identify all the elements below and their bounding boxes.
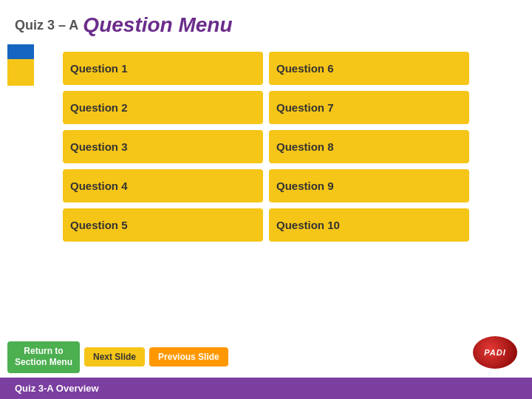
question-button-q2[interactable]: Question 2 [63, 91, 263, 124]
return-to-section-menu-button[interactable]: Return to Section Menu [7, 341, 80, 373]
padi-text: PADI [484, 348, 505, 357]
title-prefix: Quiz 3 – A [15, 18, 78, 33]
question-button-q4[interactable]: Question 4 [63, 169, 263, 202]
header: Quiz 3 – A Question Menu [0, 0, 532, 44]
footer-label: Quiz 3-A Overview [15, 383, 99, 394]
question-button-q6[interactable]: Question 6 [269, 52, 469, 85]
title-main: Question Menu [83, 13, 232, 37]
next-slide-button[interactable]: Next Slide [84, 347, 145, 366]
question-button-q8[interactable]: Question 8 [269, 130, 469, 163]
question-button-q10[interactable]: Question 10 [269, 208, 469, 242]
padi-circle: PADI [473, 336, 517, 369]
footer-bar: Quiz 3-A Overview [0, 378, 532, 399]
question-button-q1[interactable]: Question 1 [63, 52, 263, 85]
bottom-bar: Return to Section Menu Next Slide Previo… [0, 337, 532, 399]
nav-row: Return to Section Menu Next Slide Previo… [0, 337, 532, 378]
question-button-q9[interactable]: Question 9 [269, 169, 469, 202]
question-grid: Question 1Question 6Question 2Question 7… [0, 44, 532, 249]
question-button-q5[interactable]: Question 5 [63, 208, 263, 242]
return-line1: Return to [24, 346, 63, 356]
previous-slide-button[interactable]: Previous Slide [149, 347, 228, 366]
return-line2: Section Menu [15, 357, 72, 367]
question-button-q7[interactable]: Question 7 [269, 91, 469, 124]
padi-logo: PADI [466, 334, 525, 371]
question-button-q3[interactable]: Question 3 [63, 130, 263, 163]
